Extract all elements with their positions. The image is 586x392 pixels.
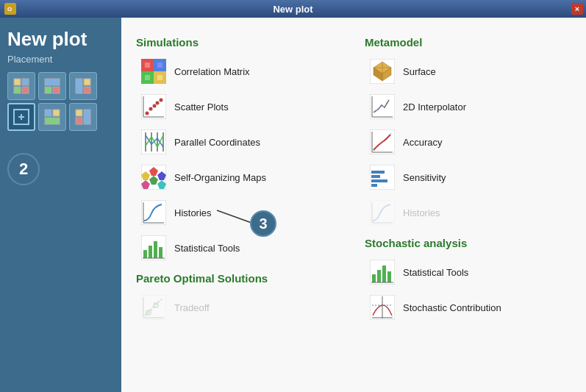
tradeoff-label: Tradeoff [174,302,210,313]
correlation-matrix-label: Correlation Matrix [174,66,250,77]
svg-rect-79 [371,184,377,187]
histories-item-wrapper: Histories 3 [136,196,343,229]
placement-icon-3 [75,78,91,94]
svg-rect-7 [45,87,51,93]
stat-tools-stoch-icon [369,259,396,285]
svg-point-28 [146,112,149,115]
svg-rect-8 [53,87,60,93]
statistical-tools-icon [140,235,167,261]
surface-item[interactable]: Surface [365,54,571,88]
placement-icon-1 [13,78,29,94]
stochastic-contribution-item[interactable]: Stochastic Contribution [365,291,571,324]
placement-icon-6 [75,109,91,125]
svg-rect-26 [157,75,162,80]
self-organizing-maps-item[interactable]: Self-Organizing Maps [136,160,343,194]
stat-tools-stoch-label: Statistical Tools [403,267,468,278]
simulations-title: Simulations [136,36,343,49]
svg-rect-77 [371,175,380,178]
placement-label: Placement [7,54,114,65]
parallel-coordinates-icon [140,129,167,155]
new-plot-heading: New plot [7,29,114,50]
window-title: New plot [273,4,312,15]
svg-rect-11 [84,87,90,93]
svg-point-30 [153,104,157,108]
stochastic-title: Stochastic analysis [365,237,571,249]
close-button[interactable]: × [571,3,583,15]
stochastic-contribution-icon [369,294,396,321]
correlation-matrix-icon [140,58,167,85]
self-organizing-maps-icon [140,164,167,190]
title-bar: O New plot × [0,0,586,18]
svg-rect-9 [76,79,82,93]
sensitivity-label: Sensitivity [403,172,446,183]
metamodel-title: Metamodel [365,36,571,49]
tradeoff-item: Tradeoff [136,291,343,324]
placement-btn-2[interactable] [38,72,66,100]
placement-btn-4[interactable] [7,103,35,131]
stat-tools-stoch-item[interactable]: Statistical Tools [365,255,571,289]
accuracy-icon [369,129,396,155]
svg-rect-14 [53,110,60,116]
svg-rect-86 [382,266,386,282]
placement-icon-4 [13,109,29,125]
histories-item[interactable]: Histories [136,196,343,229]
placement-icon-2 [44,78,60,94]
parallel-coordinates-label: Parallel Coordinates [174,137,260,148]
svg-rect-16 [76,110,82,116]
2d-interpolator-icon [369,93,396,120]
placement-btn-3[interactable] [69,72,97,100]
svg-rect-5 [22,87,29,93]
placement-btn-5[interactable] [38,103,66,131]
svg-rect-18 [76,118,82,124]
svg-point-31 [156,101,160,105]
svg-rect-25 [145,75,150,80]
stochastic-contribution-label: Stochastic Contribution [403,302,501,313]
right-sections: Metamodel Surface [365,29,571,326]
svg-rect-15 [45,118,60,124]
svg-rect-17 [84,110,90,124]
stochastic-section: Stochastic analysis [365,237,571,324]
svg-rect-84 [372,274,376,282]
statistical-tools-item[interactable]: Statistical Tools [136,231,343,265]
left-panel: New plot Placement [0,18,121,392]
surface-label: Surface [403,66,436,77]
scatter-plots-label: Scatter Plots [174,101,229,113]
svg-rect-4 [14,87,21,93]
svg-rect-78 [371,179,387,182]
svg-rect-52 [143,250,147,258]
histories-label: Histories [174,207,212,218]
histories-icon [140,199,167,226]
svg-rect-85 [377,270,381,282]
surface-icon [369,58,396,85]
placement-btn-6[interactable] [69,103,97,131]
svg-rect-54 [154,241,157,258]
tradeoff-icon [140,294,167,321]
svg-point-32 [160,99,163,102]
right-content: Simulations [121,18,586,392]
svg-rect-87 [387,271,391,282]
svg-rect-68 [370,94,395,119]
svg-rect-55 [159,247,162,258]
scatter-plots-item[interactable]: Scatter Plots [136,90,343,124]
step-badge-2: 2 [7,153,40,185]
placement-btn-1[interactable] [7,72,35,100]
svg-rect-53 [149,246,152,258]
svg-rect-10 [84,79,90,85]
parallel-coordinates-item[interactable]: Parallel Coordinates [136,125,343,159]
svg-rect-3 [22,79,29,85]
pareto-title: Pareto Optimal Solutions [136,272,343,285]
svg-rect-23 [145,63,150,68]
svg-rect-13 [45,110,51,116]
svg-rect-76 [371,171,385,174]
sensitivity-item[interactable]: Sensitivity [365,160,571,194]
correlation-matrix-item[interactable]: Correlation Matrix [136,54,343,88]
svg-point-29 [149,107,153,111]
pareto-section: Pareto Optimal Solutions [136,272,343,324]
self-organizing-maps-label: Self-Organizing Maps [174,172,266,183]
simulations-section: Simulations [136,29,343,326]
placement-icon-5 [44,109,60,125]
svg-rect-24 [157,63,162,68]
2d-interpolator-item[interactable]: 2D Interpolator [365,90,571,124]
accuracy-item[interactable]: Accuracy [365,125,571,159]
svg-rect-2 [14,79,21,85]
